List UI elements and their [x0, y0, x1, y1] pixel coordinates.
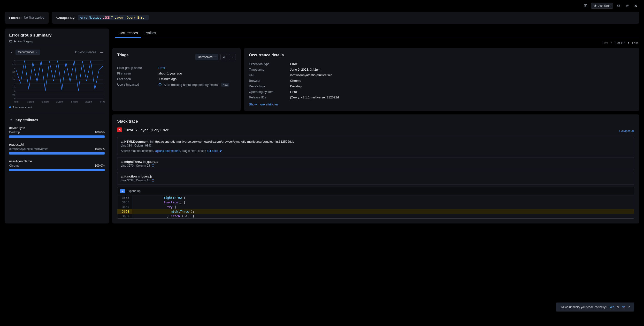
- svg-text:1.5: 1.5: [12, 86, 15, 88]
- details-card: Occurrence details Exception type Error …: [244, 48, 639, 111]
- line-number: 3638: [118, 209, 132, 214]
- attr-bar: [9, 152, 104, 155]
- frame-location: at mightThrow in jquery.js: [121, 160, 631, 163]
- frame-line: Line 3638 : Column 11: [121, 179, 631, 182]
- svg-text:3:15pm: 3:15pm: [27, 101, 34, 103]
- pager-prev-icon[interactable]: [610, 41, 612, 45]
- hex-icon: [14, 40, 16, 42]
- code-text: mightThrow :: [132, 195, 634, 200]
- info-icon[interactable]: [152, 164, 154, 167]
- code-text: } catch ( e ) {: [132, 214, 634, 218]
- chevron-down-icon: [36, 51, 38, 53]
- key-attributes-title: Key attributes: [16, 118, 38, 122]
- summary-title: Error group summary: [9, 33, 104, 38]
- legend-dot-icon: [9, 106, 11, 108]
- ask-grok-button[interactable]: Ask Grok: [591, 3, 613, 9]
- pager-first[interactable]: First: [602, 41, 608, 45]
- triage-key: Last seen: [117, 77, 158, 81]
- svg-text:3:30pm: 3:30pm: [71, 101, 78, 103]
- triage-value[interactable]: Error: [158, 66, 236, 70]
- filtered-box[interactable]: Filtered: No filter applied: [5, 11, 49, 24]
- attr-value: Chrome: [9, 164, 20, 167]
- right-panel: Occurrences Profiles First 1 of 115 Last…: [112, 28, 639, 224]
- triage-row: Last seen 1 minute ago: [117, 76, 236, 82]
- external-link-icon: [219, 149, 222, 152]
- stack-trace-card: Stack trace Error: 7 Layer jQuery Error …: [112, 114, 639, 224]
- info-icon[interactable]: [152, 179, 154, 182]
- error-title-row: Error: 7 Layer jQuery Error: [117, 127, 168, 132]
- stack-title: Stack trace: [117, 119, 634, 124]
- assign-dropdown-icon[interactable]: [229, 54, 236, 60]
- show-more-link[interactable]: Show more attributes: [249, 102, 279, 106]
- attr-pct: 100.0%: [95, 147, 104, 151]
- tabs: Occurrences Profiles: [112, 28, 639, 38]
- occurrences-chart[interactable]: 00.511.522.533.544.550pm3:15pm3:20pm3:25…: [9, 58, 104, 109]
- expand-up-icon: [120, 189, 125, 193]
- line-number: 3635: [118, 195, 132, 200]
- chevron-down-icon: [214, 56, 216, 58]
- code-text: try {: [132, 205, 634, 209]
- line-number: 3637: [118, 205, 132, 209]
- svg-text:0.5: 0.5: [12, 94, 15, 96]
- new-badge: New: [221, 83, 229, 87]
- filtered-value: No filter applied: [24, 16, 44, 19]
- app-icon: [9, 40, 12, 43]
- pager-next-icon[interactable]: [628, 41, 630, 45]
- attr-pct: 100.0%: [95, 164, 104, 167]
- status-dropdown[interactable]: Unresolved: [196, 54, 218, 60]
- details-value: Error: [290, 62, 634, 66]
- close-icon[interactable]: [632, 2, 639, 9]
- attribute-block: requestUri /browser/synthetic-multiverse…: [9, 143, 104, 155]
- details-row: Exception type Error: [249, 61, 634, 67]
- collapse-attrs-icon[interactable]: [9, 118, 14, 122]
- error-icon: [117, 127, 122, 132]
- frame-location: at function in jquery.js: [121, 175, 631, 178]
- summary-panel: Error group summary Pro Staging Occurren…: [5, 28, 109, 224]
- attr-bar: [9, 135, 104, 138]
- details-row: Timestamp June 9, 2023, 3:42pm: [249, 67, 634, 72]
- upload-sourcemap-link[interactable]: Upload source map: [155, 149, 180, 153]
- grouped-by-box[interactable]: Grouped By: errorMessage LIKE 7 Layer jQ…: [52, 11, 639, 24]
- collapse-all-link[interactable]: Collapse all: [619, 129, 634, 133]
- attr-value: /browser/synthetic-multiverse/: [9, 147, 48, 151]
- mail-icon[interactable]: [615, 2, 622, 9]
- code-line: 3639 } catch ( e ) {: [118, 214, 634, 218]
- more-menu-icon[interactable]: ⋯: [98, 50, 104, 54]
- expand-up-button[interactable]: Expand up: [117, 187, 634, 195]
- assign-user-icon[interactable]: [220, 54, 227, 60]
- svg-rect-0: [584, 4, 587, 7]
- code-line: 3638 mightThrow();: [118, 209, 634, 214]
- users-impacted-label: Users impacted: [117, 83, 158, 87]
- details-key: Timestamp: [249, 68, 290, 71]
- details-value: /browser/synthetic-multiverse/: [290, 73, 634, 77]
- group-chip[interactable]: errorMessage LIKE 7 Layer jQuery Error: [78, 15, 148, 20]
- collapse-chart-icon[interactable]: [9, 50, 14, 54]
- pager-last[interactable]: Last: [632, 41, 638, 45]
- stack-frame[interactable]: at function in jquery.js Line 3638 : Col…: [117, 172, 634, 185]
- link-icon[interactable]: [624, 2, 630, 9]
- stack-frame[interactable]: at mightThrow in jquery.js Line 3570 : C…: [117, 157, 634, 170]
- docs-link[interactable]: our docs: [207, 149, 218, 153]
- code-text: function() {: [132, 200, 634, 205]
- attr-value: Desktop: [9, 131, 20, 134]
- details-key: Device type: [249, 84, 290, 88]
- details-key: Operating system: [249, 90, 290, 94]
- attr-name: userAgentName: [9, 159, 104, 163]
- sparkle-icon: [594, 4, 597, 7]
- svg-text:3:35pm: 3:35pm: [85, 101, 92, 103]
- details-title: Occurrence details: [249, 53, 634, 57]
- error-label: Error:: [124, 128, 134, 132]
- attr-pct: 100.0%: [95, 131, 104, 134]
- stack-frame[interactable]: at HTMLDocument. in https://synthetic-mu…: [117, 137, 634, 155]
- topbar: Ask Grok: [0, 0, 644, 11]
- query-icon[interactable]: [582, 2, 589, 9]
- svg-text:3.5: 3.5: [12, 71, 15, 73]
- env-row: Pro Staging: [9, 40, 104, 46]
- tab-profiles[interactable]: Profiles: [141, 28, 159, 38]
- chart-legend: Total error count: [9, 106, 104, 109]
- details-key: Exception type: [249, 62, 290, 66]
- occurrences-dropdown[interactable]: Occurrences: [16, 49, 40, 55]
- tab-occurrences[interactable]: Occurrences: [115, 28, 141, 38]
- frame-location: at HTMLDocument. in https://synthetic-mu…: [121, 140, 631, 143]
- details-key: Browser: [249, 79, 290, 82]
